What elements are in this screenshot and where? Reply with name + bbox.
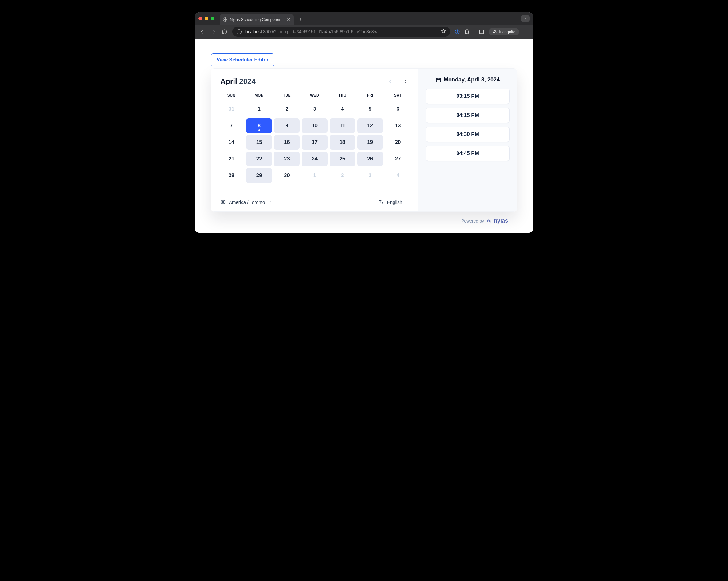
close-window-button[interactable] <box>199 17 202 20</box>
calendar-day[interactable]: 17 <box>302 135 328 150</box>
titlebar: Nylas Scheduling Component ✕ ＋ <box>195 12 533 25</box>
calendar-day: 20 <box>385 135 411 150</box>
next-month-button[interactable] <box>402 78 409 85</box>
nav-reload-button[interactable] <box>221 28 228 35</box>
site-info-icon[interactable]: i <box>237 29 241 34</box>
url-bar: i localhost:3000/?config_id=34969151-d1a… <box>195 25 533 39</box>
time-slot[interactable]: 04:30 PM <box>426 127 510 142</box>
timezone-select[interactable]: America / Toronto <box>220 199 272 205</box>
calendar-day[interactable]: 11 <box>330 118 355 133</box>
browser-window: Nylas Scheduling Component ✕ ＋ i localho… <box>195 12 533 233</box>
calendar-day[interactable]: 8 <box>246 118 272 133</box>
calendar-day[interactable]: 29 <box>246 168 272 183</box>
calendar-day: 3 <box>357 168 383 183</box>
extensions-button[interactable] <box>464 29 470 34</box>
incognito-label: Incognito <box>499 29 515 34</box>
calendar-day: 30 <box>274 168 300 183</box>
language-icon <box>379 199 384 205</box>
svg-marker-0 <box>442 29 445 33</box>
chevron-down-icon <box>405 200 409 204</box>
calendar-icon <box>436 77 441 83</box>
url-text: localhost:3000/?config_id=34969151-d1a4-… <box>244 29 379 34</box>
time-slot[interactable]: 04:45 PM <box>426 146 510 161</box>
days-grid: 3112345678910111213141516171819202122232… <box>218 102 411 183</box>
calendar-day: 1 <box>302 168 328 183</box>
address-bar[interactable]: i localhost:3000/?config_id=34969151-d1a… <box>232 27 450 36</box>
tab-title: Nylas Scheduling Component <box>230 17 283 22</box>
svg-rect-7 <box>436 78 441 82</box>
nylas-icon <box>487 218 492 224</box>
calendar-day[interactable]: 15 <box>246 135 272 150</box>
nylas-logo[interactable]: nylas <box>487 218 508 224</box>
calendar-day[interactable]: 16 <box>274 135 300 150</box>
weekday-label: FRI <box>357 91 383 101</box>
calendar-day: 5 <box>357 102 383 116</box>
calendar-day[interactable]: 25 <box>330 151 355 166</box>
calendar-day: 2 <box>330 168 355 183</box>
nav-forward-button[interactable] <box>210 28 217 35</box>
calendar-day[interactable]: 19 <box>357 135 383 150</box>
time-slots-panel: Monday, April 8, 2024 03:15 PM04:15 PM04… <box>418 68 517 212</box>
calendar-day: 21 <box>218 151 244 166</box>
calendar-day[interactable]: 10 <box>302 118 328 133</box>
calendar-day[interactable]: 23 <box>274 151 300 166</box>
browser-tab[interactable]: Nylas Scheduling Component ✕ <box>220 14 293 25</box>
calendar: April 2024 SUNMONTUEWEDTHUFRISAT 3112345… <box>211 68 418 212</box>
toolbar-divider <box>474 29 474 35</box>
calendar-day: 6 <box>385 102 411 116</box>
tabs-menu-button[interactable] <box>521 15 529 22</box>
calendar-day[interactable]: 22 <box>246 151 272 166</box>
calendar-day[interactable]: 18 <box>330 135 355 150</box>
globe-icon <box>223 17 227 22</box>
bookmark-button[interactable] <box>441 29 446 35</box>
calendar-day[interactable]: 24 <box>302 151 328 166</box>
svg-rect-2 <box>479 30 484 33</box>
page-content: View Scheduler Editor April 2024 SUNMONT… <box>195 39 533 233</box>
time-slot[interactable]: 04:15 PM <box>426 108 510 123</box>
calendar-day[interactable]: 9 <box>274 118 300 133</box>
chevron-down-icon <box>268 200 272 204</box>
browser-menu-button[interactable]: ⋮ <box>523 29 529 34</box>
calendar-footer: America / Toronto English <box>211 192 418 212</box>
weekday-label: TUE <box>274 91 300 101</box>
weekday-label: MON <box>246 91 272 101</box>
minimize-window-button[interactable] <box>205 17 208 20</box>
window-controls <box>199 17 214 20</box>
language-select[interactable]: English <box>379 199 409 205</box>
calendar-day: 4 <box>330 102 355 116</box>
nav-back-button[interactable] <box>199 28 206 35</box>
calendar-day: 7 <box>218 118 244 133</box>
calendar-day: 3 <box>302 102 328 116</box>
powered-by-footer: Powered by nylas <box>211 212 517 233</box>
prev-month-button[interactable] <box>387 78 393 85</box>
weekday-label: SAT <box>385 91 411 101</box>
svg-point-4 <box>494 32 495 33</box>
onepassword-icon[interactable] <box>454 29 460 34</box>
scheduler-panel: April 2024 SUNMONTUEWEDTHUFRISAT 3112345… <box>211 68 517 212</box>
time-slot[interactable]: 03:15 PM <box>426 88 510 104</box>
calendar-day: 4 <box>385 168 411 183</box>
calendar-day: 31 <box>218 102 244 116</box>
weekday-label: WED <box>302 91 328 101</box>
new-tab-button[interactable]: ＋ <box>298 15 303 23</box>
calendar-day: 28 <box>218 168 244 183</box>
calendar-day: 13 <box>385 118 411 133</box>
weekday-header: SUNMONTUEWEDTHUFRISAT <box>218 91 411 101</box>
sidepanel-button[interactable] <box>479 29 484 34</box>
calendar-day[interactable]: 26 <box>357 151 383 166</box>
calendar-day: 27 <box>385 151 411 166</box>
calendar-day: 2 <box>274 102 300 116</box>
calendar-day[interactable]: 12 <box>357 118 383 133</box>
view-scheduler-editor-button[interactable]: View Scheduler Editor <box>211 54 275 66</box>
calendar-day: 14 <box>218 135 244 150</box>
calendar-day: 1 <box>246 102 272 116</box>
calendar-title: April 2024 <box>220 77 256 86</box>
maximize-window-button[interactable] <box>211 17 214 20</box>
tab-close-button[interactable]: ✕ <box>287 17 290 22</box>
incognito-indicator[interactable]: Incognito <box>489 28 519 35</box>
weekday-label: SUN <box>218 91 244 101</box>
svg-point-5 <box>495 32 496 33</box>
weekday-label: THU <box>330 91 355 101</box>
selected-date-header: Monday, April 8, 2024 <box>426 77 510 83</box>
globe-icon <box>220 199 226 205</box>
